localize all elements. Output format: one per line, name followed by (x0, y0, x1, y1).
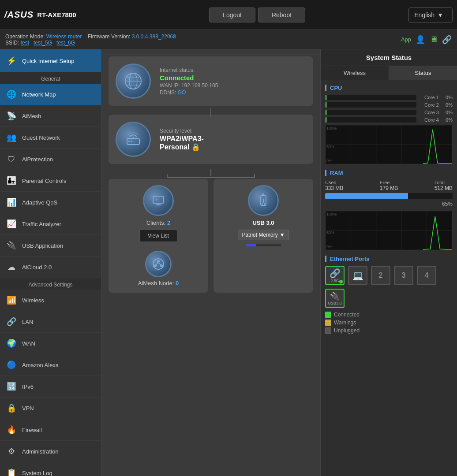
ddns-label: DDNS: (160, 89, 176, 96)
sidebar-item-firewall-label: Firewall (22, 427, 42, 433)
asus-logo: /ASUS (4, 10, 34, 20)
svg-line-18 (158, 263, 161, 265)
router-card: Security level: WPA2/WPA3-Personal 🔒 (109, 115, 313, 164)
sidebar-item-vpn[interactable]: 🔒 VPN (0, 398, 101, 419)
logout-button[interactable]: Logout (209, 7, 255, 22)
sidebar-item-amazon-alexa[interactable]: 🔵 Amazon Alexa (0, 354, 101, 376)
advanced-section-label: Advanced Settings (0, 278, 101, 290)
chart-label-50: 50% (326, 145, 334, 149)
reboot-button[interactable]: Reboot (258, 7, 305, 22)
eth-port-laptop[interactable]: 💻 (348, 266, 367, 285)
sidebar-item-system-log-label: System Log (22, 470, 52, 476)
svg-point-12 (156, 199, 157, 201)
app-label[interactable]: App (401, 36, 411, 43)
ssid-test[interactable]: test (21, 40, 29, 46)
amazon-alexa-icon: 🔵 (5, 359, 18, 371)
monitor-icon[interactable]: 🖥 (430, 35, 438, 44)
sidebar-item-amazon-alexa-label: Amazon Alexa (22, 362, 59, 368)
sidebar-item-aiprotection[interactable]: 🛡 AiProtection (0, 149, 101, 170)
sidebar-item-administration[interactable]: ⚙ Administration (0, 441, 101, 462)
firmware-value[interactable]: 3.0.0.4.388_22068 (132, 33, 176, 40)
tab-status[interactable]: Status (389, 66, 457, 80)
cpu-core-3-bar (325, 110, 327, 115)
eth-port-25g-label: 2.5G (330, 279, 339, 283)
quick-setup-button[interactable]: ⚡ Quick Internet Setup (0, 49, 101, 72)
share-icon[interactable]: 🔗 (442, 35, 452, 45)
aimesh-label: AiMesh Node: (138, 280, 174, 286)
cpu-title: CPU (325, 85, 453, 91)
ram-bar (325, 193, 408, 199)
legend-warnings-box (325, 320, 331, 326)
sidebar-item-administration-label: Administration (22, 448, 58, 455)
sidebar-item-guest-network[interactable]: 👥 Guest Network (0, 127, 101, 149)
user-icon[interactable]: 👤 (416, 35, 425, 45)
sidebar-item-aicloud-label: AiCloud 2.0 (22, 264, 52, 271)
sidebar-item-network-map[interactable]: 🌐 Network Map (0, 84, 101, 105)
ram-used-value: 333 MB (325, 185, 343, 191)
wireless-icon: 📶 (5, 294, 18, 306)
internet-info: Internet status: Connected WAN IP: 192.1… (160, 66, 218, 97)
sidebar-item-lan[interactable]: 🔗 LAN (0, 311, 101, 333)
main-layout: ⚡ Quick Internet Setup General 🌐 Network… (0, 49, 457, 476)
cpu-core-1-bar-container (325, 95, 416, 100)
usb-label: USB 3.0 (252, 219, 274, 226)
content-area: Internet status: Connected WAN IP: 192.1… (101, 49, 457, 476)
firewall-icon: 🔥 (5, 424, 18, 436)
sidebar-item-parental-controls[interactable]: 👨‍👧 Parental Controls (0, 170, 101, 192)
sidebar-item-adaptive-qos[interactable]: 📊 Adaptive QoS (0, 192, 101, 213)
sidebar-item-aicloud[interactable]: ☁ AiCloud 2.0 (0, 257, 101, 278)
ram-used-col: Used 333 MB (325, 180, 343, 191)
sidebar-item-firewall[interactable]: 🔥 Firewall (0, 419, 101, 441)
ram-bar-container (325, 193, 453, 199)
sidebar-item-wan[interactable]: 🌍 WAN (0, 333, 101, 354)
clients-info: Clients: 2 (146, 219, 170, 226)
ram-chart-svg (326, 211, 452, 250)
top-nav: Logout Reboot (106, 7, 408, 22)
aimesh-node-icon (145, 251, 172, 277)
sidebar-item-aimesh[interactable]: 📡 AiMesh (0, 105, 101, 127)
ssid-test6g[interactable]: test_6G (56, 40, 75, 46)
ram-title: RAM (325, 170, 453, 176)
view-list-button[interactable]: View List (139, 230, 177, 242)
cpu-core-2-bar (325, 102, 327, 108)
eth-port-usb3[interactable]: 🔌 USB3.0 (325, 289, 345, 308)
ram-total-col: Total 512 MB (435, 180, 453, 191)
ddns-link[interactable]: GO (178, 89, 186, 96)
wan-ip-value: 192.168.50.105 (181, 82, 218, 89)
eth-port-2[interactable]: 2 (371, 266, 390, 285)
internet-icon (116, 63, 151, 99)
ram-chart: 100% 50% 0% (325, 211, 453, 250)
sidebar-item-ipv6[interactable]: 🔢 IPv6 (0, 376, 101, 398)
quick-setup-icon: ⚡ (5, 55, 18, 67)
sidebar-item-system-log[interactable]: 📋 System Log (0, 462, 101, 476)
ram-total-label: Total (435, 180, 453, 185)
lan-icon: 🔗 (5, 316, 18, 328)
sidebar-item-usb-application[interactable]: 🔌 USB Application (0, 235, 101, 257)
administration-icon: ⚙ (5, 445, 18, 457)
topbar: /ASUS RT-AXE7800 Logout Reboot English ▼ (0, 0, 457, 30)
operation-mode-value[interactable]: Wireless router (46, 33, 82, 40)
svg-point-14 (157, 260, 160, 263)
chart-label-100: 100% (326, 126, 337, 130)
eth-port-4[interactable]: 4 (417, 266, 436, 285)
aimesh-icon: 📡 (5, 110, 18, 122)
usb-device-dropdown[interactable]: Patriot Memory ▼ (238, 230, 288, 240)
breadcrumb-bar: Operation Mode: Wireless router Firmware… (0, 30, 457, 49)
tab-wireless[interactable]: Wireless (321, 66, 389, 80)
language-selector[interactable]: English ▼ (408, 7, 453, 22)
svg-line-17 (156, 263, 158, 265)
breadcrumb-info: Operation Mode: Wireless router Firmware… (5, 33, 176, 46)
sidebar-item-wireless[interactable]: 📶 Wireless (0, 290, 101, 311)
ethernet-section: Ethernet Ports 🔗 2.5G 💻 (325, 256, 453, 334)
sidebar-item-usb-application-label: USB Application (22, 242, 63, 249)
eth-port-3[interactable]: 3 (394, 266, 413, 285)
ssid-test5g[interactable]: test_5G (34, 40, 52, 46)
eth-ports-grid: 🔗 2.5G 💻 2 (325, 266, 453, 308)
eth-port-25g[interactable]: 🔗 2.5G (325, 266, 345, 285)
logo-area: /ASUS RT-AXE7800 (4, 10, 106, 20)
cpu-core-2-label: Core 2 (419, 102, 439, 108)
sidebar-item-traffic-analyzer[interactable]: 📈 Traffic Analyzer (0, 213, 101, 235)
cpu-core-4-label: Core 4 (419, 117, 439, 123)
eth-port-4-num: 4 (425, 271, 429, 279)
clients-label: Clients: (146, 219, 165, 226)
